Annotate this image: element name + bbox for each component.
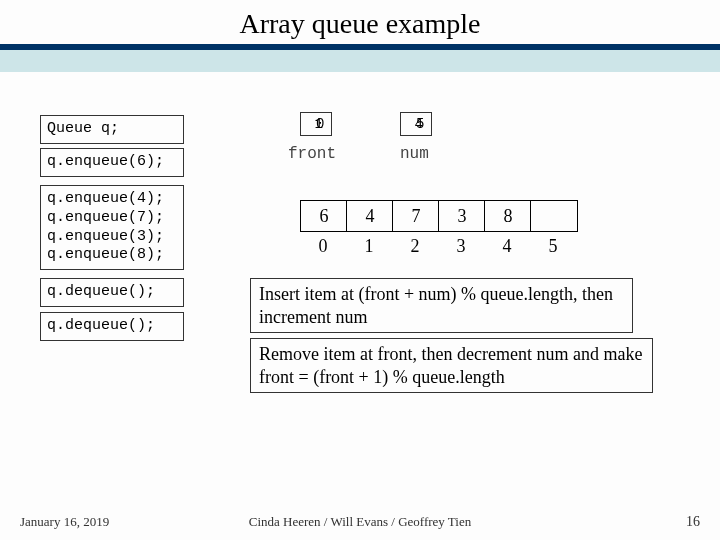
num-label: num (400, 145, 429, 163)
array-index: 4 (484, 236, 530, 257)
page-title: Array queue example (0, 0, 720, 44)
divider-light (0, 50, 720, 72)
code-declare: Queue q; (40, 115, 184, 144)
code-enqueue-block: q.enqueue(4); q.enqueue(7); q.enqueue(3)… (40, 185, 184, 270)
note-remove: Remove item at front, then decrement num… (250, 338, 653, 393)
slide: Array queue example Queue q; q.enqueue(6… (0, 0, 720, 540)
front-value: 10 (301, 113, 331, 135)
array-cell: 7 (392, 200, 440, 232)
num-value: 45 (401, 113, 431, 135)
array-cell: 4 (346, 200, 394, 232)
array-index: 0 (300, 236, 346, 257)
array-index: 1 (346, 236, 392, 257)
code-dequeue-1: q.dequeue(); (40, 278, 184, 307)
array-index: 5 (530, 236, 576, 257)
array-cell: 8 (484, 200, 532, 232)
front-label: front (288, 145, 336, 163)
array-index: 2 (392, 236, 438, 257)
array-index: 3 (438, 236, 484, 257)
array-cell: 6 (300, 200, 348, 232)
array-cell (530, 200, 578, 232)
code-dequeue-2: q.dequeue(); (40, 312, 184, 341)
footer-credits: Cinda Heeren / Will Evans / Geoffrey Tie… (0, 514, 720, 530)
footer-page: 16 (686, 514, 700, 530)
num-value-box: 45 (400, 112, 432, 136)
array-cell: 3 (438, 200, 486, 232)
front-value-box: 10 (300, 112, 332, 136)
code-enqueue-6: q.enqueue(6); (40, 148, 184, 177)
note-insert: Insert item at (front + num) % queue.len… (250, 278, 633, 333)
